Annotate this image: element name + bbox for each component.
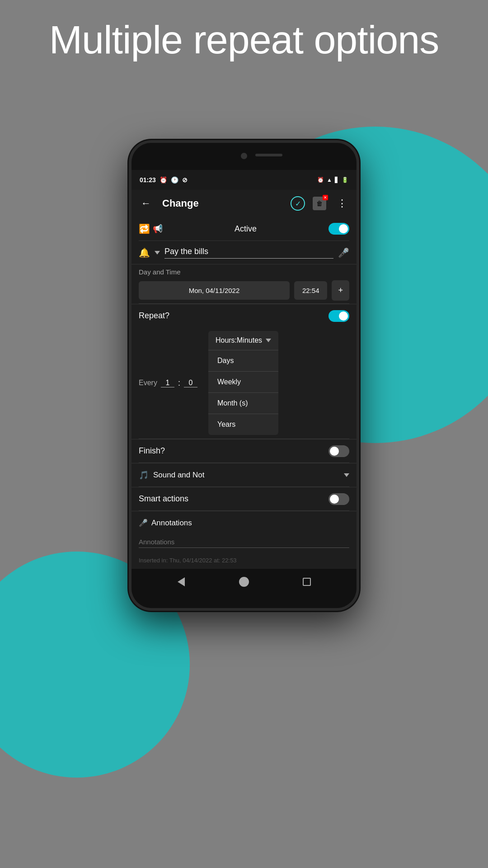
back-button[interactable]: ←	[138, 195, 154, 212]
battery-icon: 🔋	[342, 177, 348, 183]
complete-button[interactable]	[291, 196, 305, 211]
alarm-name-row: 🔔 🎤	[131, 241, 357, 264]
finish-row: Finish?	[131, 439, 357, 462]
status-right-icons: ⏰ ▲ ▋ 🔋	[317, 177, 348, 183]
dropdown-item-days[interactable]: Days	[208, 350, 278, 371]
smart-actions-row: Smart actions	[131, 487, 357, 510]
app-bar-title: Change	[162, 198, 284, 209]
repeat-row: Repeat?	[131, 304, 357, 327]
side-button	[357, 278, 359, 306]
app-bar-actions: ✕ ⋮	[291, 195, 350, 212]
time-button[interactable]: 22:54	[294, 281, 328, 300]
annotations-input-row	[131, 534, 357, 552]
dropdown-selected: Hours:Minutes	[216, 336, 262, 344]
delete-x-icon: ✕	[323, 195, 328, 200]
page-title: Multiple repeat options	[0, 18, 488, 62]
megaphone-icon: 📢	[153, 224, 163, 234]
bottom-nav	[131, 568, 357, 594]
repeat-icon: 🔁	[139, 223, 150, 234]
repeat-value-2[interactable]	[184, 379, 197, 387]
app-content: 🔁 📢 Active 🔔 🎤 Day and Time Mon, 04/11/2…	[131, 217, 357, 568]
bell-icon: 🔔	[139, 247, 150, 258]
phone-speaker	[255, 154, 282, 156]
annotations-label: Annotations	[151, 519, 192, 528]
dropdown-item-weekly[interactable]: Weekly	[208, 372, 278, 392]
annotations-input[interactable]	[139, 536, 349, 548]
sound-expand-icon[interactable]	[344, 473, 349, 477]
back-nav-icon	[178, 577, 185, 586]
phone-camera	[241, 153, 247, 159]
home-nav-icon	[239, 577, 249, 587]
do-not-disturb-icon: ⊘	[182, 176, 188, 184]
dropdown-item-months[interactable]: Month (s)	[208, 393, 278, 414]
smart-actions-label: Smart actions	[139, 494, 328, 504]
nav-back-button[interactable]	[175, 576, 188, 588]
date-button[interactable]: Mon, 04/11/2022	[139, 281, 290, 300]
signal-icon: ▋	[335, 177, 339, 183]
nav-recents-button[interactable]	[300, 576, 313, 588]
chevron-down-icon	[266, 339, 271, 342]
colon-separator: :	[178, 378, 180, 388]
finish-toggle[interactable]	[328, 445, 349, 457]
repeat-value-1[interactable]	[161, 379, 174, 387]
more-options-button[interactable]: ⋮	[334, 195, 350, 212]
smart-actions-toggle[interactable]	[328, 493, 349, 505]
mic-icon[interactable]: 🎤	[338, 247, 349, 258]
datetime-section-label: Day and Time	[131, 264, 357, 278]
recents-nav-icon	[303, 578, 311, 586]
phone-device: 01:23 ⏰ 🕐 ⊘ ⏰ ▲ ▋ 🔋 ← Change	[129, 140, 359, 611]
alarm-status-icon: ⏰	[317, 177, 324, 183]
active-toggle[interactable]	[328, 223, 349, 235]
repeat-label: Repeat?	[139, 311, 328, 321]
insert-info: Inserted in: Thu, 04/14/2022 at: 22:53	[131, 552, 357, 568]
page-header: Multiple repeat options	[0, 18, 488, 62]
active-label: Active	[163, 224, 328, 234]
phone-bottom-bar	[131, 594, 357, 608]
annotations-row: 🎤 Annotations	[131, 511, 357, 534]
every-label: Every	[139, 379, 157, 387]
alarm-name-input[interactable]	[164, 247, 333, 259]
every-row: Every : Hours:Minutes Days Weekly Month …	[131, 327, 357, 439]
finish-label: Finish?	[139, 446, 328, 456]
wifi-icon: ▲	[327, 177, 332, 183]
sound-label: Sound and Not	[153, 471, 339, 480]
repeat-toggle[interactable]	[328, 310, 349, 322]
active-row: 🔁 📢 Active	[131, 217, 357, 241]
app-bar: ← Change ✕ ⋮	[131, 190, 357, 217]
music-note-icon: 🎵	[139, 470, 149, 480]
delete-button[interactable]: ✕	[311, 195, 328, 212]
repeat-unit-dropdown[interactable]: Hours:Minutes Days Weekly Month (s) Year…	[208, 331, 278, 435]
nav-home-button[interactable]	[238, 576, 250, 588]
clock-icon: 🕐	[171, 176, 178, 184]
alarm-type-dropdown[interactable]	[155, 251, 160, 255]
phone-top-bar	[131, 143, 357, 170]
add-time-button[interactable]: +	[332, 280, 349, 301]
phone-body: 01:23 ⏰ 🕐 ⊘ ⏰ ▲ ▋ 🔋 ← Change	[129, 140, 359, 611]
active-icons: 🔁 📢	[139, 223, 163, 234]
datetime-row: Mon, 04/11/2022 22:54 +	[131, 278, 357, 303]
alarm-icon: ⏰	[160, 176, 167, 184]
status-bar: 01:23 ⏰ 🕐 ⊘ ⏰ ▲ ▋ 🔋	[131, 170, 357, 190]
status-time: 01:23 ⏰ 🕐 ⊘	[140, 176, 188, 184]
annotations-mic-icon: 🎤	[139, 519, 148, 527]
dropdown-header[interactable]: Hours:Minutes	[208, 331, 278, 350]
dropdown-item-years[interactable]: Years	[208, 414, 278, 435]
sound-row: 🎵 Sound and Not	[131, 463, 357, 486]
